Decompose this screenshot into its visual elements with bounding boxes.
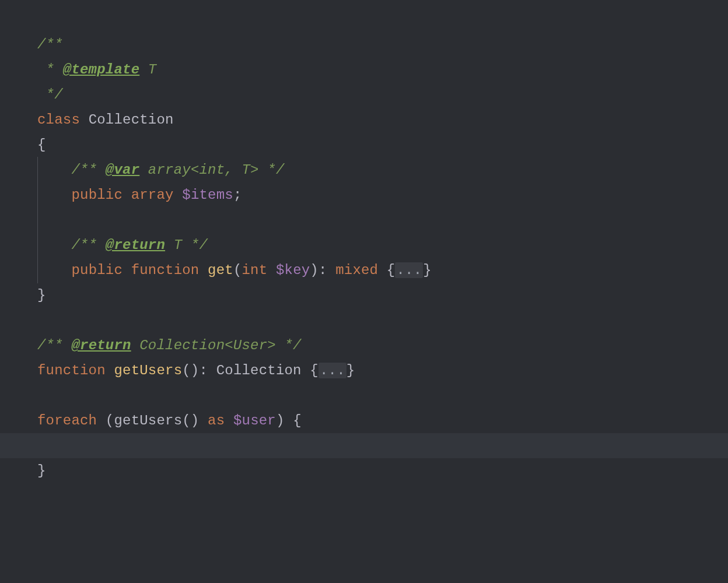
doc-tag-var: @var (106, 162, 139, 178)
doc-tag-template: @template (63, 62, 139, 78)
indent (37, 162, 71, 178)
code-line[interactable]: /** (37, 32, 728, 57)
code-line[interactable]: /** @var array<int, T> */ (37, 157, 728, 182)
return-type-mixed: mixed (335, 262, 378, 278)
space (97, 413, 106, 429)
brace-open: { (310, 363, 318, 378)
function-name-getusers: getUsers (114, 363, 182, 378)
keyword-function: function (37, 363, 106, 378)
space (225, 413, 233, 429)
code-line[interactable]: class Collection (37, 107, 728, 132)
space (302, 363, 310, 378)
space (285, 413, 293, 429)
code-line[interactable]: * @template T (37, 57, 728, 82)
code-line[interactable]: public array $items; (37, 182, 728, 208)
brace-open: { (37, 137, 46, 153)
doc-close: */ (284, 338, 301, 353)
code-block[interactable]: /** * @template T */ class Collection { … (0, 0, 728, 483)
space (123, 262, 131, 278)
doc-text: array<int, T> (139, 162, 267, 178)
keyword-public: public (71, 187, 123, 203)
doc-tag-return: @return (71, 338, 131, 353)
code-line[interactable]: public function get(int $key): mixed {..… (37, 258, 728, 283)
space (106, 363, 114, 378)
paren-open: ( (106, 413, 114, 429)
paren-close: ) (310, 262, 318, 278)
type-array: array (131, 187, 174, 203)
doc-tag-return: @return (106, 237, 165, 253)
doc-close: */ (191, 237, 208, 253)
code-line[interactable]: { (37, 132, 728, 157)
class-name: Collection (89, 112, 174, 128)
space (123, 187, 131, 203)
parens: () (182, 363, 199, 378)
keyword-public: public (71, 262, 123, 278)
space (199, 413, 208, 429)
paren-close: ) (276, 413, 285, 429)
call-getusers: getUsers (114, 413, 182, 429)
code-line[interactable]: */ (37, 82, 728, 107)
code-fold[interactable]: ... (318, 363, 346, 378)
code-line[interactable]: /** @return Collection<User> */ (37, 333, 728, 358)
doc-open: /** (37, 338, 71, 353)
code-line[interactable]: } (37, 283, 728, 308)
space (174, 187, 183, 203)
code-line[interactable]: } (37, 458, 728, 483)
keyword-class: class (37, 112, 80, 128)
code-fold[interactable]: ... (395, 262, 423, 278)
doc-text: T (165, 237, 191, 253)
brace-close: } (423, 262, 432, 278)
semicolon: ; (233, 187, 242, 203)
paren-open: ( (233, 262, 242, 278)
code-line[interactable]: /** @return T */ (37, 233, 728, 258)
keyword-function: function (131, 262, 200, 278)
method-name-get: get (208, 262, 233, 278)
doc-text: Collection<User> (131, 338, 285, 353)
code-line-blank[interactable] (37, 308, 728, 333)
space (378, 262, 387, 278)
doc-close: */ (267, 162, 284, 178)
doc-text: T (139, 62, 156, 78)
parens: () (182, 413, 199, 429)
return-type-collection: Collection (216, 363, 302, 378)
brace-open: { (293, 413, 302, 429)
code-editor[interactable]: /** * @template T */ class Collection { … (0, 0, 728, 583)
var-user: $user (233, 413, 276, 429)
param-type-int: int (242, 262, 268, 278)
var-items: $items (182, 187, 233, 203)
doc-star: * (37, 62, 63, 78)
code-line-blank[interactable] (37, 383, 728, 408)
brace-close: } (37, 463, 46, 479)
code-line[interactable]: function getUsers(): Collection {...} (37, 358, 728, 383)
indent (37, 262, 71, 278)
keyword-as: as (208, 413, 225, 429)
colon: : (318, 262, 335, 278)
space (80, 112, 89, 128)
space (267, 262, 276, 278)
brace-close: } (346, 363, 355, 378)
keyword-foreach: foreach (37, 413, 97, 429)
doc-open: /** (71, 162, 105, 178)
param-var-key: $key (276, 262, 310, 278)
space (199, 262, 208, 278)
brace-close: } (37, 287, 46, 303)
code-line[interactable]: foreach (getUsers() as $user) { (37, 408, 728, 433)
code-line-blank[interactable] (37, 208, 728, 233)
doc-open: /** (71, 237, 105, 253)
indent (37, 187, 71, 203)
doc-close: */ (37, 87, 63, 103)
brace-open: { (387, 262, 396, 278)
code-line-current[interactable] (37, 433, 728, 458)
colon: : (199, 363, 216, 378)
doc-open: /** (37, 37, 63, 52)
indent (37, 237, 71, 253)
